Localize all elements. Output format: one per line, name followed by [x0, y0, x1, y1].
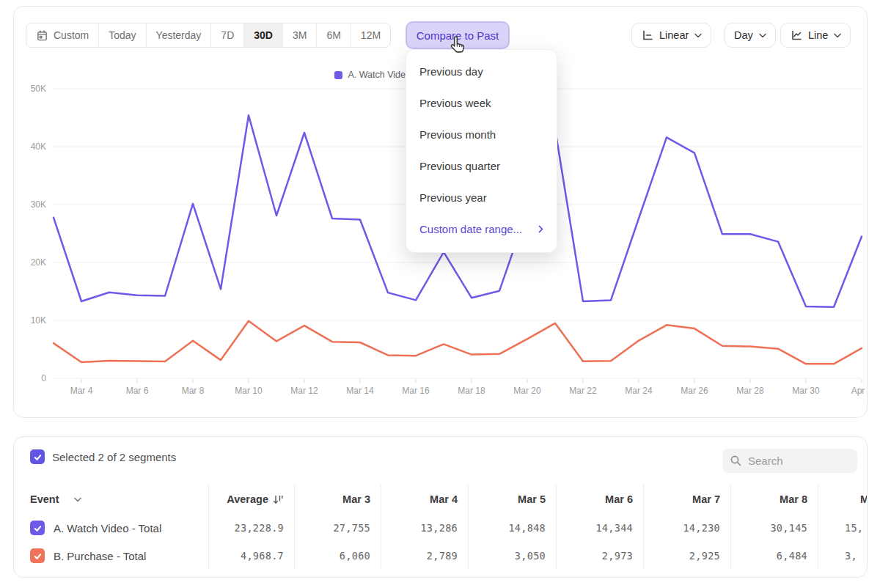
range-button-custom[interactable]: Custom: [26, 23, 99, 47]
menu-item-previous-day[interactable]: Previous day: [406, 56, 557, 87]
search-input[interactable]: [748, 455, 843, 467]
range-button-12m[interactable]: 12M: [351, 23, 390, 47]
range-button-today[interactable]: Today: [99, 23, 146, 47]
range-button-label: Yesterday: [156, 29, 202, 41]
search-box[interactable]: [722, 449, 857, 473]
column-header-mar-4[interactable]: Mar 4: [381, 485, 468, 514]
menu-item-label: Custom date range...: [419, 223, 522, 235]
column-header-mar-6[interactable]: Mar 6: [556, 485, 643, 514]
chart-type-dropdown-button[interactable]: Line: [780, 23, 851, 48]
table-cell: 14,230: [643, 514, 730, 542]
segments-table: EventAverageMar 3Mar 4Mar 5Mar 6Mar 7Mar…: [14, 485, 868, 570]
table-cell: 2,925: [643, 542, 730, 570]
column-header-mar-7[interactable]: Mar 7: [643, 485, 730, 514]
range-button-3m[interactable]: 3M: [283, 23, 317, 47]
date-range-segmented-control: CustomTodayYesterday7D30D3M6M12M: [26, 23, 391, 48]
column-header-label: Mar 8: [780, 493, 807, 505]
chevron-down-icon: [759, 33, 766, 38]
chevron-down-icon: [694, 33, 702, 38]
table-cell: 6,060: [294, 542, 381, 570]
event-header-label: Event: [30, 493, 59, 505]
column-header-mar-8[interactable]: Mar 8: [730, 485, 818, 514]
x-axis-label: Mar 18: [458, 386, 485, 396]
menu-item-custom-date-range[interactable]: Custom date range...: [406, 213, 557, 245]
check-icon: [33, 551, 43, 561]
x-axis-label: Mar 8: [182, 386, 205, 396]
y-axis-label: 10K: [31, 315, 46, 326]
segment-checkbox[interactable]: [30, 548, 45, 563]
x-axis-label: Mar 22: [569, 386, 597, 396]
x-axis-label: Mar 6: [126, 386, 149, 396]
segment-label: B. Purchase - Total: [54, 550, 146, 562]
column-header-label: Mar 6: [605, 493, 633, 505]
menu-item-previous-year[interactable]: Previous year: [406, 182, 557, 213]
compare-to-past-menu: Previous dayPrevious weekPrevious monthP…: [406, 49, 557, 253]
range-button-6m[interactable]: 6M: [317, 23, 351, 47]
range-button-yesterday[interactable]: Yesterday: [147, 23, 212, 47]
y-axis-label: 20K: [31, 257, 46, 268]
range-button-label: Today: [109, 29, 136, 41]
scale-label: Linear: [659, 29, 689, 41]
column-header-label: M: [860, 493, 868, 505]
x-axis-label: Mar 26: [681, 386, 708, 396]
linear-axis-icon: [641, 29, 653, 41]
y-axis-label: 50K: [31, 84, 46, 94]
range-button-label: Custom: [54, 29, 89, 41]
selected-segments-summary: Selected 2 of 2 segments: [52, 451, 176, 463]
x-axis-label: Mar 10: [235, 386, 263, 396]
legend-swatch: [334, 71, 342, 79]
x-axis-label: Mar 4: [70, 386, 93, 396]
menu-item-previous-month[interactable]: Previous month: [406, 119, 557, 150]
chevron-right-icon: [538, 225, 543, 233]
column-header-mar-5[interactable]: Mar 5: [468, 485, 556, 514]
scale-dropdown-button[interactable]: Linear: [631, 23, 711, 48]
range-button-label: 12M: [361, 29, 381, 41]
column-header-mar-3[interactable]: Mar 3: [294, 485, 381, 514]
table-cell: 3,050: [468, 542, 556, 570]
interval-label: Day: [734, 29, 753, 41]
range-button-7d[interactable]: 7D: [211, 23, 244, 47]
chevron-down-icon: [834, 33, 841, 38]
column-header-label: Mar 3: [342, 493, 370, 505]
table-cell: 6,484: [730, 542, 818, 570]
select-all-checkbox[interactable]: [30, 449, 45, 464]
range-button-label: 7D: [221, 29, 234, 41]
x-axis-label: Apr 1: [851, 386, 867, 396]
range-button-label: 30D: [254, 29, 273, 41]
menu-item-previous-week[interactable]: Previous week: [406, 87, 557, 119]
table-cell: 4,968.7: [208, 542, 294, 570]
column-header-average[interactable]: Average: [208, 485, 294, 514]
range-button-30d[interactable]: 30D: [244, 23, 283, 47]
table-cell: 3,: [818, 542, 868, 570]
menu-item-previous-quarter[interactable]: Previous quarter: [406, 150, 557, 182]
column-header-label: Mar 4: [430, 493, 458, 505]
table-cell: 14,848: [468, 514, 556, 542]
calendar-icon: [36, 29, 48, 42]
y-axis-label: 0: [41, 373, 46, 383]
column-header-m[interactable]: M: [818, 485, 868, 514]
table-cell: 14,344: [556, 514, 643, 542]
x-axis-label: Mar 28: [736, 386, 764, 396]
search-icon: [730, 455, 742, 467]
range-button-label: 3M: [293, 29, 307, 41]
segment-label: A. Watch Video - Total: [54, 522, 161, 534]
check-icon: [33, 452, 43, 462]
y-axis-label: 40K: [31, 142, 46, 152]
y-axis-label: 30K: [31, 199, 46, 210]
x-axis-label: Mar 16: [402, 386, 430, 396]
table-cell: 15,: [818, 514, 868, 542]
sort-descending-icon: [273, 495, 284, 504]
chevron-down-icon: [74, 497, 81, 502]
x-axis-label: Mar 30: [792, 386, 820, 396]
event-column-header[interactable]: Event: [14, 485, 208, 514]
line-chart-icon: [790, 29, 802, 41]
segment-checkbox[interactable]: [30, 521, 45, 535]
table-cell: 2,973: [556, 542, 643, 570]
series-line[interactable]: [54, 321, 862, 364]
hand-cursor: [449, 35, 468, 55]
table-cell: 13,286: [381, 514, 468, 542]
range-button-label: 6M: [326, 29, 340, 41]
interval-dropdown-button[interactable]: Day: [725, 23, 776, 48]
x-axis-label: Mar 24: [625, 386, 653, 396]
table-row-event-cell: A. Watch Video - Total: [14, 514, 208, 542]
